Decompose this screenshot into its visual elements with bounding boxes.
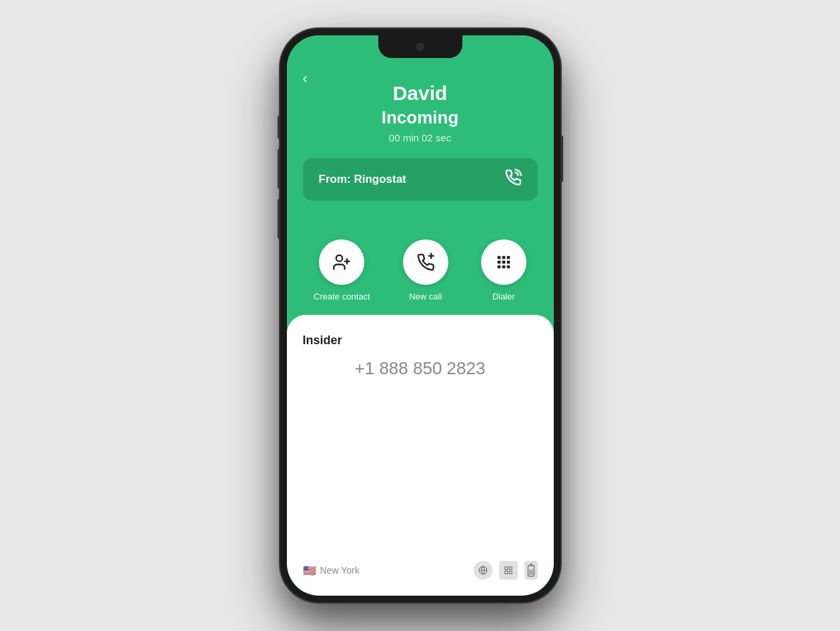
svg-rect-19 (509, 571, 512, 574)
svg-rect-8 (498, 261, 501, 264)
location-text: New York (320, 565, 360, 576)
new-call-circle (403, 239, 448, 285)
new-call-label: New call (409, 291, 442, 301)
svg-rect-22 (528, 570, 532, 575)
call-status: Incoming (382, 107, 459, 128)
svg-rect-10 (507, 261, 510, 264)
mute-button (278, 115, 280, 139)
battery-icon (524, 561, 538, 580)
contact-card: Insider +1 888 850 2823 🇺🇸 New York (287, 315, 554, 596)
location-left: 🇺🇸 New York (303, 564, 360, 577)
svg-rect-12 (502, 265, 506, 269)
svg-point-0 (336, 255, 342, 261)
svg-rect-11 (498, 265, 501, 269)
volume-down-button (278, 199, 280, 239)
contact-phone-number: +1 888 850 2823 (303, 358, 538, 379)
dialer-circle (481, 239, 526, 285)
phone-scene: ‹ David Incoming 00 min 02 sec From: Rin… (280, 29, 560, 602)
create-contact-button[interactable]: Create contact (314, 239, 370, 301)
svg-rect-13 (507, 265, 510, 269)
company-name: Insider (303, 334, 538, 348)
from-label: From: Ringostat (319, 173, 406, 186)
notch (378, 35, 462, 58)
phone-out-icon (504, 169, 522, 190)
dialer-label: Dialer (492, 291, 515, 301)
location-row: 🇺🇸 New York (303, 561, 538, 580)
create-contact-circle (319, 239, 364, 285)
volume-up-button (278, 149, 280, 189)
top-section: ‹ David Incoming 00 min 02 sec From: Rin… (287, 35, 554, 221)
svg-rect-16 (504, 567, 507, 570)
phone-screen: ‹ David Incoming 00 min 02 sec From: Rin… (287, 35, 554, 596)
svg-rect-5 (498, 256, 501, 259)
dialer-button[interactable]: Dialer (481, 239, 526, 301)
camera-icon (416, 43, 424, 51)
from-bar[interactable]: From: Ringostat (303, 158, 538, 201)
grid-icon[interactable] (499, 561, 518, 580)
svg-rect-9 (502, 261, 506, 264)
back-button[interactable]: ‹ (303, 70, 308, 87)
call-duration: 00 min 02 sec (389, 132, 451, 143)
location-actions (474, 561, 538, 580)
caller-name: David (393, 82, 448, 105)
flag-icon: 🇺🇸 (303, 564, 316, 577)
create-contact-label: Create contact (314, 291, 370, 301)
power-button (560, 135, 563, 182)
globe-icon[interactable] (474, 561, 492, 580)
svg-rect-7 (507, 256, 510, 259)
svg-rect-18 (504, 571, 507, 574)
actions-row: Create contact New call (287, 221, 554, 315)
new-call-button[interactable]: New call (403, 239, 448, 301)
svg-rect-6 (502, 256, 506, 259)
svg-rect-17 (509, 567, 512, 570)
